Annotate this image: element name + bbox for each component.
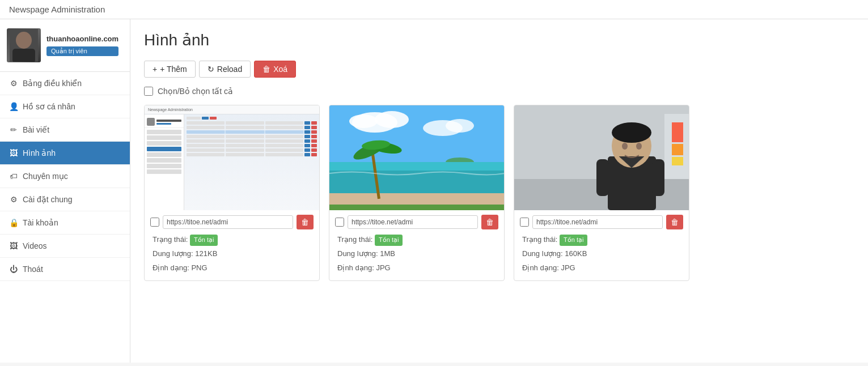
sidebar-item-profile[interactable]: 👤 Hồ sơ cá nhân <box>0 95 130 118</box>
thumbnail-2 <box>514 105 689 210</box>
svg-point-5 <box>375 111 409 128</box>
account-icon: 🔒 <box>9 218 18 227</box>
toolbar: + + Thêm ↻ Reload 🗑 Xoá <box>144 61 854 78</box>
videos-icon: 🖼 <box>9 241 18 250</box>
select-all-checkbox[interactable] <box>144 87 153 96</box>
status-badge-2: Tồn tại <box>560 235 587 246</box>
posts-icon: ✏ <box>9 125 18 134</box>
url-row-2: 🗑 <box>520 215 683 229</box>
main-content: Hình ảnh + + Thêm ↻ Reload 🗑 Xoá Chọn/Bỏ… <box>130 19 868 363</box>
admin-badge: Quản trị viên <box>46 46 118 56</box>
sidebar-item-logout[interactable]: ⏻ Thoát <box>0 258 130 281</box>
image-delete-button-2[interactable]: 🗑 <box>666 215 683 229</box>
image-checkbox-2[interactable] <box>520 218 529 227</box>
profile-icon: 👤 <box>9 102 18 111</box>
image-card-0: Newspage Administration <box>144 105 320 281</box>
sidebar-item-posts[interactable]: ✏ Bài viết <box>0 118 130 142</box>
card-footer-0: 🗑 Trạng thái: Tồn tại Dung lượng: 121KB … <box>145 210 319 280</box>
card-footer-2: 🗑 Trạng thái: Tồn tại Dung lượng: 160KB … <box>514 210 689 280</box>
svg-rect-20 <box>672 122 683 142</box>
page-title: Hình ảnh <box>144 31 854 49</box>
select-all-label[interactable]: Chọn/Bỏ chọn tất cả <box>158 87 233 96</box>
image-grid: Newspage Administration <box>144 105 854 281</box>
thumbnail-0: Newspage Administration <box>145 105 319 210</box>
card-footer-1: 🗑 Trạng thái: Tồn tại Dung lượng: 1MB Đị… <box>329 210 504 280</box>
sidebar-item-videos[interactable]: 🖼 Videos <box>0 235 130 258</box>
add-button[interactable]: + + Thêm <box>144 61 196 78</box>
reload-label: Reload <box>217 65 242 74</box>
app-title: Newspage Administration <box>9 5 105 14</box>
profile-info: thuanhoaonline.com Quản trị viên <box>46 35 118 56</box>
svg-point-26 <box>612 122 651 143</box>
svg-rect-2 <box>12 49 35 62</box>
delete-icon: 🗑 <box>262 65 270 74</box>
svg-point-29 <box>622 143 628 150</box>
image-meta-0: Trạng thái: Tồn tại Dung lượng: 121KB Đị… <box>150 234 314 274</box>
ss-sidebar <box>145 114 184 210</box>
dashboard-icon: ⚙ <box>9 79 18 88</box>
image-url-input-2[interactable] <box>532 215 663 229</box>
reload-button[interactable]: ↻ Reload <box>199 61 251 78</box>
svg-rect-13 <box>329 205 504 210</box>
avatar <box>7 28 41 62</box>
image-card-2: 🗑 Trạng thái: Tồn tại Dung lượng: 160KB … <box>514 105 689 281</box>
sidebar-item-images[interactable]: 🖼 Hình ảnh <box>0 142 130 165</box>
image-url-input-1[interactable] <box>348 215 478 229</box>
image-url-input-0[interactable] <box>163 215 293 229</box>
sidebar-item-dashboard[interactable]: ⚙ Bảng điều khiển <box>0 72 130 95</box>
image-status-0: Trạng thái: Tồn tại <box>153 234 311 246</box>
image-checkbox-1[interactable] <box>335 218 344 227</box>
svg-point-8 <box>446 119 474 133</box>
sidebar-label-images: Hình ảnh <box>23 148 56 158</box>
sidebar-profile: thuanhoaonline.com Quản trị viên <box>0 19 130 72</box>
reload-icon: ↻ <box>208 65 214 74</box>
images-icon: 🖼 <box>9 148 18 158</box>
app-header: Newspage Administration <box>0 0 868 19</box>
logout-icon: ⏻ <box>9 265 18 274</box>
url-row-1: 🗑 <box>335 215 498 229</box>
image-format-1: Định dạng: JPG <box>337 262 496 274</box>
image-status-1: Trạng thái: Tồn tại <box>337 234 496 246</box>
sidebar-username: thuanhoaonline.com <box>46 35 118 43</box>
sidebar-label-posts: Bài viết <box>23 125 49 134</box>
add-label: + Thêm <box>160 65 187 74</box>
sidebar-item-account[interactable]: 🔒 Tài khoản <box>0 211 130 235</box>
sidebar-label-settings: Cài đặt chung <box>23 195 73 204</box>
image-size-1: Dung lượng: 1MB <box>337 248 496 260</box>
svg-point-6 <box>349 114 378 128</box>
svg-point-30 <box>636 143 642 150</box>
status-badge-1: Tồn tại <box>375 235 403 246</box>
sidebar-item-categories[interactable]: 🏷 Chuyên mục <box>0 165 130 188</box>
sidebar-label-logout: Thoát <box>23 265 43 274</box>
delete-button[interactable]: 🗑 Xoá <box>254 61 296 78</box>
image-delete-button-1[interactable]: 🗑 <box>481 215 498 229</box>
image-card-1: 🗑 Trạng thái: Tồn tại Dung lượng: 1MB Đị… <box>329 105 505 281</box>
sidebar-label-categories: Chuyên mục <box>23 172 68 181</box>
image-format-2: Định dạng: JPG <box>522 262 681 274</box>
image-status-2: Trạng thái: Tồn tại <box>522 234 681 246</box>
image-meta-2: Trạng thái: Tồn tại Dung lượng: 160KB Đị… <box>520 234 683 274</box>
image-size-2: Dung lượng: 160KB <box>522 248 681 260</box>
avatar-image <box>7 28 41 62</box>
svg-rect-27 <box>596 159 609 196</box>
image-meta-1: Trạng thái: Tồn tại Dung lượng: 1MB Định… <box>335 234 498 274</box>
image-size-0: Dung lượng: 121KB <box>153 248 311 260</box>
svg-rect-22 <box>672 157 683 165</box>
add-icon: + <box>153 65 157 74</box>
sidebar: thuanhoaonline.com Quản trị viên ⚙ Bảng … <box>0 19 130 363</box>
sidebar-item-settings[interactable]: ⚙ Cài đặt chung <box>0 188 130 211</box>
image-format-0: Định dạng: PNG <box>153 262 311 274</box>
sidebar-label-account: Tài khoản <box>23 218 58 227</box>
svg-point-1 <box>16 32 32 49</box>
url-row-0: 🗑 <box>150 215 314 229</box>
delete-label: Xoá <box>273 65 287 74</box>
categories-icon: 🏷 <box>9 172 18 181</box>
image-delete-button-0[interactable]: 🗑 <box>297 215 314 229</box>
sidebar-nav: ⚙ Bảng điều khiển 👤 Hồ sơ cá nhân ✏ Bài … <box>0 72 130 281</box>
sidebar-label-profile: Hồ sơ cá nhân <box>23 102 75 111</box>
svg-rect-21 <box>672 144 683 155</box>
status-badge-0: Tồn tại <box>190 235 218 246</box>
sidebar-label-dashboard: Bảng điều khiển <box>23 79 82 88</box>
image-checkbox-0[interactable] <box>150 218 159 227</box>
sidebar-label-videos: Videos <box>23 241 47 250</box>
